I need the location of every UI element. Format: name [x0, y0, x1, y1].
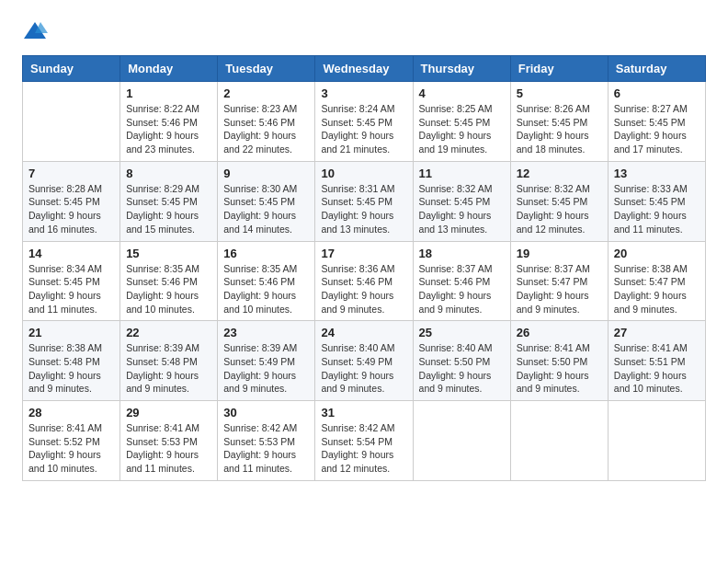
calendar-cell: 28Sunrise: 8:41 AMSunset: 5:52 PMDayligh…	[23, 401, 120, 481]
day-number: 29	[126, 406, 211, 419]
calendar-cell: 30Sunrise: 8:42 AMSunset: 5:53 PMDayligh…	[218, 401, 315, 481]
day-number: 19	[517, 247, 602, 260]
calendar-cell: 26Sunrise: 8:41 AMSunset: 5:50 PMDayligh…	[510, 321, 608, 401]
sunrise-label: Sunrise: 8:38 AM	[614, 263, 688, 274]
day-number: 13	[614, 167, 700, 180]
day-number: 7	[28, 167, 114, 180]
sunset-label: Sunset: 5:45 PM	[517, 117, 588, 128]
day-info: Sunrise: 8:32 AMSunset: 5:45 PMDaylight:…	[419, 182, 505, 236]
day-number: 12	[517, 167, 602, 180]
sunrise-label: Sunrise: 8:23 AM	[223, 103, 297, 114]
daylight-label: Daylight: 9 hours and 13 minutes.	[419, 210, 492, 235]
sunset-label: Sunset: 5:50 PM	[419, 356, 491, 367]
day-number: 9	[223, 167, 309, 180]
sunset-label: Sunset: 5:45 PM	[614, 117, 686, 128]
calendar-cell: 13Sunrise: 8:33 AMSunset: 5:45 PMDayligh…	[608, 161, 705, 241]
calendar-cell: 17Sunrise: 8:36 AMSunset: 5:46 PMDayligh…	[315, 241, 413, 321]
day-number: 16	[223, 247, 309, 260]
calendar-cell: 20Sunrise: 8:38 AMSunset: 5:47 PMDayligh…	[608, 241, 705, 321]
calendar-cell: 4Sunrise: 8:25 AMSunset: 5:45 PMDaylight…	[413, 82, 510, 162]
calendar-cell: 11Sunrise: 8:32 AMSunset: 5:45 PMDayligh…	[413, 161, 510, 241]
sunrise-label: Sunrise: 8:37 AM	[419, 263, 493, 274]
calendar-table: SundayMondayTuesdayWednesdayThursdayFrid…	[22, 55, 706, 481]
day-info: Sunrise: 8:28 AMSunset: 5:45 PMDaylight:…	[28, 182, 114, 236]
daylight-label: Daylight: 9 hours and 11 minutes.	[223, 449, 296, 474]
sunrise-label: Sunrise: 8:36 AM	[321, 263, 394, 274]
sunset-label: Sunset: 5:46 PM	[126, 117, 198, 128]
calendar-cell: 31Sunrise: 8:42 AMSunset: 5:54 PMDayligh…	[315, 401, 413, 481]
day-info: Sunrise: 8:24 AMSunset: 5:45 PMDaylight:…	[321, 102, 406, 156]
sunset-label: Sunset: 5:53 PM	[223, 436, 295, 447]
sunset-label: Sunset: 5:49 PM	[223, 356, 295, 367]
sunset-label: Sunset: 5:48 PM	[126, 356, 198, 367]
daylight-label: Daylight: 9 hours and 9 minutes.	[321, 290, 393, 315]
calendar-week-3: 14Sunrise: 8:34 AMSunset: 5:45 PMDayligh…	[23, 241, 706, 321]
daylight-label: Daylight: 9 hours and 16 minutes.	[28, 210, 101, 235]
sunrise-label: Sunrise: 8:41 AM	[28, 422, 102, 433]
weekday-header-monday: Monday	[120, 56, 218, 82]
day-number: 20	[614, 247, 700, 260]
sunrise-label: Sunrise: 8:40 AM	[419, 342, 493, 353]
sunrise-label: Sunrise: 8:40 AM	[321, 342, 394, 353]
day-info: Sunrise: 8:29 AMSunset: 5:45 PMDaylight:…	[126, 182, 211, 236]
day-number: 25	[419, 326, 505, 339]
day-number: 26	[517, 326, 602, 339]
day-info: Sunrise: 8:26 AMSunset: 5:45 PMDaylight:…	[517, 102, 602, 156]
daylight-label: Daylight: 9 hours and 11 minutes.	[126, 449, 199, 474]
day-number: 27	[614, 326, 700, 339]
day-info: Sunrise: 8:36 AMSunset: 5:46 PMDaylight:…	[321, 262, 406, 316]
sunset-label: Sunset: 5:49 PM	[321, 356, 392, 367]
calendar-cell: 10Sunrise: 8:31 AMSunset: 5:45 PMDayligh…	[315, 161, 413, 241]
calendar-cell: 2Sunrise: 8:23 AMSunset: 5:46 PMDaylight…	[218, 82, 315, 162]
sunrise-label: Sunrise: 8:42 AM	[223, 422, 297, 433]
day-info: Sunrise: 8:40 AMSunset: 5:49 PMDaylight:…	[321, 341, 406, 396]
daylight-label: Daylight: 9 hours and 9 minutes.	[126, 370, 199, 395]
sunset-label: Sunset: 5:47 PM	[517, 276, 588, 287]
daylight-label: Daylight: 9 hours and 10 minutes.	[223, 290, 296, 315]
weekday-header-saturday: Saturday	[608, 56, 705, 82]
sunrise-label: Sunrise: 8:38 AM	[28, 342, 102, 353]
daylight-label: Daylight: 9 hours and 9 minutes.	[28, 370, 101, 395]
day-info: Sunrise: 8:41 AMSunset: 5:52 PMDaylight:…	[28, 421, 114, 476]
sunset-label: Sunset: 5:45 PM	[419, 117, 491, 128]
daylight-label: Daylight: 9 hours and 9 minutes.	[419, 370, 492, 395]
calendar-cell: 21Sunrise: 8:38 AMSunset: 5:48 PMDayligh…	[23, 321, 120, 401]
day-info: Sunrise: 8:40 AMSunset: 5:50 PMDaylight:…	[419, 341, 505, 396]
page-header	[22, 18, 706, 44]
daylight-label: Daylight: 9 hours and 9 minutes.	[517, 290, 589, 315]
daylight-label: Daylight: 9 hours and 11 minutes.	[28, 290, 101, 315]
day-info: Sunrise: 8:31 AMSunset: 5:45 PMDaylight:…	[321, 182, 406, 236]
logo-icon	[22, 18, 48, 44]
daylight-label: Daylight: 9 hours and 23 minutes.	[126, 130, 199, 155]
weekday-header-sunday: Sunday	[23, 56, 120, 82]
day-info: Sunrise: 8:32 AMSunset: 5:45 PMDaylight:…	[517, 182, 602, 236]
day-number: 31	[321, 406, 406, 419]
calendar-cell: 9Sunrise: 8:30 AMSunset: 5:45 PMDaylight…	[218, 161, 315, 241]
sunrise-label: Sunrise: 8:24 AM	[321, 103, 394, 114]
day-number: 24	[321, 326, 406, 339]
sunset-label: Sunset: 5:45 PM	[223, 196, 295, 207]
calendar-cell: 25Sunrise: 8:40 AMSunset: 5:50 PMDayligh…	[413, 321, 510, 401]
daylight-label: Daylight: 9 hours and 9 minutes.	[614, 290, 687, 315]
calendar-cell: 3Sunrise: 8:24 AMSunset: 5:45 PMDaylight…	[315, 82, 413, 162]
calendar-week-5: 28Sunrise: 8:41 AMSunset: 5:52 PMDayligh…	[23, 401, 706, 481]
day-info: Sunrise: 8:30 AMSunset: 5:45 PMDaylight:…	[223, 182, 309, 236]
daylight-label: Daylight: 9 hours and 9 minutes.	[419, 290, 492, 315]
calendar-cell: 19Sunrise: 8:37 AMSunset: 5:47 PMDayligh…	[510, 241, 608, 321]
sunrise-label: Sunrise: 8:35 AM	[126, 263, 199, 274]
sunset-label: Sunset: 5:46 PM	[321, 276, 392, 287]
sunset-label: Sunset: 5:50 PM	[517, 356, 588, 367]
weekday-header-wednesday: Wednesday	[315, 56, 413, 82]
day-number: 22	[126, 326, 211, 339]
day-number: 23	[223, 326, 309, 339]
sunrise-label: Sunrise: 8:22 AM	[126, 103, 199, 114]
calendar-cell: 15Sunrise: 8:35 AMSunset: 5:46 PMDayligh…	[120, 241, 218, 321]
daylight-label: Daylight: 9 hours and 19 minutes.	[419, 130, 492, 155]
sunrise-label: Sunrise: 8:26 AM	[517, 103, 590, 114]
sunset-label: Sunset: 5:45 PM	[517, 196, 588, 207]
day-number: 21	[28, 326, 114, 339]
day-number: 18	[419, 247, 505, 260]
daylight-label: Daylight: 9 hours and 21 minutes.	[321, 130, 393, 155]
calendar-cell: 7Sunrise: 8:28 AMSunset: 5:45 PMDaylight…	[23, 161, 120, 241]
calendar-cell	[510, 401, 608, 481]
